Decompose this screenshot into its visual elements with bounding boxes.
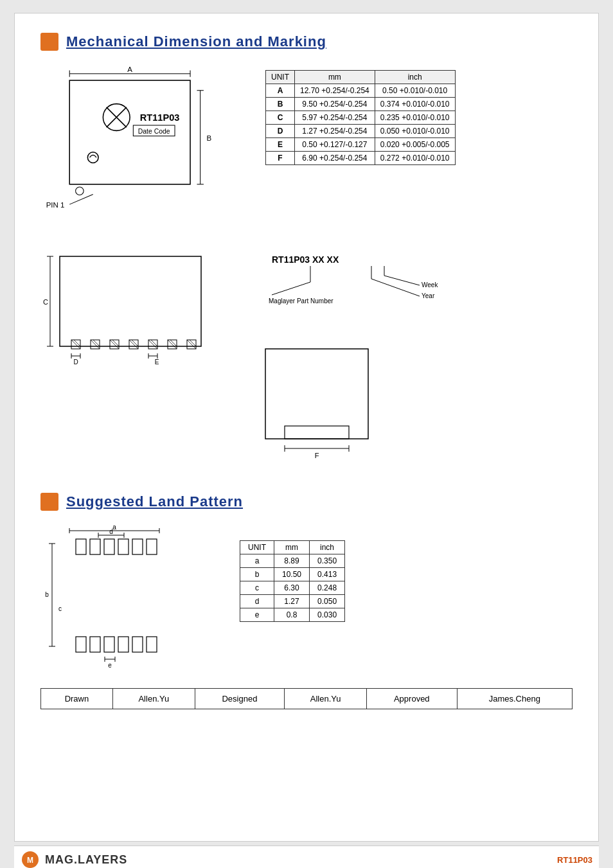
land-cell-inch: 0.050 (310, 595, 345, 608)
svg-line-38 (132, 340, 138, 346)
svg-line-61 (371, 279, 420, 296)
land-cell-label: e (240, 608, 274, 622)
dim-cell-inch: 0.235 +0.010/-0.010 (375, 111, 455, 125)
land-cell-label: a (240, 554, 274, 568)
land-cell-mm: 8.89 (274, 554, 310, 568)
dim-row: D 1.27 +0.254/-0.254 0.050 +0.010/-0.010 (266, 125, 456, 138)
logo-bar: M MAG.LAYERS RT11P03 (14, 846, 599, 868)
dimension-table-container: UNIT mm inch A 12.70 +0.254/-0.254 0.50 … (265, 64, 573, 165)
land-header-mm: mm (274, 541, 310, 554)
land-area: a d b c (40, 521, 573, 669)
svg-text:Maglayer Part Number: Maglayer Part Number (269, 297, 333, 305)
dim-cell-mm: 5.97 +0.254/-0.254 (295, 111, 375, 125)
component-svg: A B PIN 1 RT11P03 (40, 64, 246, 218)
svg-rect-85 (118, 539, 129, 554)
svg-point-9 (76, 187, 84, 195)
svg-rect-91 (118, 637, 129, 652)
svg-text:RT11P03 XX  XX: RT11P03 XX XX (272, 254, 339, 265)
dim-header-mm: mm (295, 71, 375, 84)
svg-text:RT11P03: RT11P03 (140, 112, 180, 123)
land-cell-label: c (240, 581, 274, 595)
svg-text:d: d (109, 528, 113, 535)
svg-rect-87 (147, 539, 157, 554)
svg-text:e: e (108, 662, 112, 669)
section2-icon (40, 493, 58, 511)
svg-rect-64 (285, 426, 349, 439)
svg-line-34 (93, 340, 100, 346)
svg-line-36 (112, 340, 119, 346)
svg-text:c: c (58, 605, 62, 612)
svg-line-37 (129, 340, 138, 349)
footer-table: Drawn Allen.Yu Designed Allen.Yu Approve… (40, 688, 573, 709)
dimension-table: UNIT mm inch A 12.70 +0.254/-0.254 0.50 … (265, 70, 456, 165)
svg-line-32 (74, 340, 80, 346)
land-cell-inch: 0.350 (310, 554, 345, 568)
dim-cell-inch: 0.272 +0.010/-0.010 (375, 152, 455, 165)
svg-text:F: F (315, 452, 319, 459)
svg-line-33 (91, 340, 100, 349)
footer-designed-label: Designed (195, 689, 284, 709)
dim-row: A 12.70 +0.254/-0.254 0.50 +0.010/-0.010 (266, 84, 456, 98)
svg-rect-82 (76, 539, 86, 554)
bottom-view-svg: F (259, 342, 400, 471)
bottom-view-diagram: F (259, 342, 573, 474)
svg-line-31 (71, 340, 80, 349)
land-row: b 10.50 0.413 (240, 568, 345, 581)
dim-cell-label: B (266, 98, 295, 111)
land-cell-label: d (240, 595, 274, 608)
svg-text:A: A (127, 66, 132, 73)
land-table: UNIT mm inch a 8.89 0.350 b 10.50 0.413 … (240, 540, 345, 622)
section1-header: Mechanical Dimension and Marking (40, 33, 573, 51)
dim-cell-label: E (266, 138, 295, 152)
land-cell-mm: 1.27 (274, 595, 310, 608)
svg-text:Year: Year (422, 292, 435, 299)
dim-row: F 6.90 +0.254/-0.254 0.272 +0.010/-0.010 (266, 152, 456, 165)
footer-drawn-by: Allen.Yu (112, 689, 195, 709)
svg-line-43 (187, 340, 196, 349)
svg-line-10 (69, 194, 93, 204)
dim-cell-inch: 0.020 +0.005/-0.005 (375, 138, 455, 152)
svg-text:a: a (112, 524, 116, 531)
section1-icon (40, 33, 58, 51)
svg-rect-93 (147, 637, 157, 652)
dim-cell-label: C (266, 111, 295, 125)
dim-cell-mm: 0.50 +0.127/-0.127 (295, 138, 375, 152)
svg-text:C: C (43, 298, 48, 306)
dim-row: B 9.50 +0.254/-0.254 0.374 +0.010/-0.010 (266, 98, 456, 111)
side-svg: C (40, 237, 233, 378)
svg-point-18 (87, 152, 98, 163)
dim-row: C 5.97 +0.254/-0.254 0.235 +0.010/-0.010 (266, 111, 456, 125)
dim-row: E 0.50 +0.127/-0.127 0.020 +0.005/-0.005 (266, 138, 456, 152)
land-cell-mm: 6.30 (274, 581, 310, 595)
svg-text:D: D (73, 359, 78, 366)
logo-icon: M (21, 850, 40, 868)
dim-cell-mm: 12.70 +0.254/-0.254 (295, 84, 375, 98)
logo-part-number: RT11P03 (557, 855, 592, 865)
svg-rect-63 (265, 349, 368, 439)
marking-diagram: RT11P03 XX XX Maglayer Part Number Week … (259, 237, 573, 336)
logo-name: MAG.LAYERS (45, 853, 127, 867)
land-row: c 6.30 0.248 (240, 581, 345, 595)
side-diagram: C (40, 237, 246, 378)
footer-approved-by: James.Cheng (457, 689, 572, 709)
svg-text:PIN 1: PIN 1 (46, 201, 65, 209)
land-row: d 1.27 0.050 (240, 595, 345, 608)
svg-line-35 (110, 340, 119, 349)
svg-text:M: M (27, 856, 33, 865)
svg-line-55 (272, 282, 310, 295)
svg-line-39 (148, 340, 157, 349)
land-cell-inch: 0.030 (310, 608, 345, 622)
svg-rect-89 (90, 637, 100, 652)
svg-text:b: b (45, 591, 49, 598)
dim-cell-mm: 9.50 +0.254/-0.254 (295, 98, 375, 111)
section2-header: Suggested Land Pattern (40, 493, 573, 511)
middle-area: C (40, 237, 573, 474)
logo-left: M MAG.LAYERS (21, 850, 127, 868)
section1-title: Mechanical Dimension and Marking (66, 33, 326, 50)
svg-rect-8 (69, 80, 190, 184)
svg-text:Date Code: Date Code (138, 128, 170, 135)
dim-cell-mm: 6.90 +0.254/-0.254 (295, 152, 375, 165)
land-cell-label: b (240, 568, 274, 581)
svg-text:B: B (206, 134, 211, 142)
land-row: e 0.8 0.030 (240, 608, 345, 622)
